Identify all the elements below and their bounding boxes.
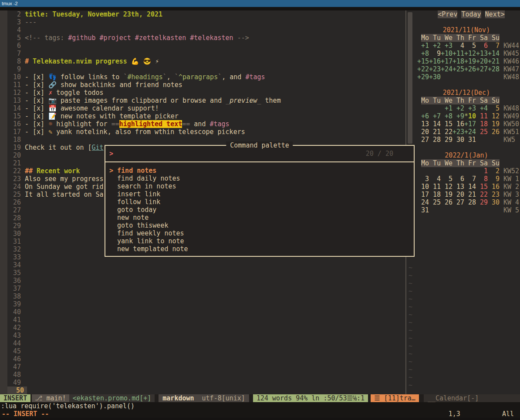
calendar-day-cell[interactable]: 28 — [429, 136, 441, 144]
palette-item[interactable]: new note — [105, 214, 414, 222]
calendar-day-cell[interactable]: +10 — [441, 50, 452, 57]
calendar-day-cell[interactable]: +21 — [488, 57, 500, 65]
calendar-day-cell[interactable]: +22 — [417, 65, 429, 73]
calendar-day-cell[interactable]: +9 — [452, 112, 464, 120]
calendar-day-cell[interactable]: 22 — [476, 191, 488, 198]
calendar-day-cell[interactable]: 27 — [452, 198, 464, 206]
editor-line[interactable]: 37 — [7, 285, 405, 292]
calendar-day-cell[interactable]: 21 — [429, 128, 441, 136]
editor-line[interactable]: 39 — [7, 300, 405, 308]
calendar-day-cell[interactable]: 12 — [488, 112, 500, 120]
calendar-day-cell[interactable]: +29 — [417, 73, 429, 81]
editor-line[interactable]: 6 — [7, 42, 405, 50]
editor-line[interactable]: 13- [x] 📷 paste images from clipboard or… — [7, 97, 405, 104]
calendar-window[interactable]: <Prev Today Next> 2021/11(Nov)MoTuWeThFr… — [413, 10, 520, 394]
calendar-day-cell[interactable]: 26 — [441, 198, 452, 206]
calendar-day-cell[interactable]: 19 — [441, 191, 452, 198]
editor-line[interactable]: 17- [x] ✎ yank notelink, also from wthin… — [7, 128, 405, 136]
calendar-day-cell[interactable]: +3 — [464, 104, 476, 112]
calendar-day-cell[interactable]: 9 — [488, 175, 500, 183]
palette-item[interactable]: insert link — [105, 190, 414, 198]
calendar-day-cell[interactable]: +18 — [452, 57, 464, 65]
calendar-day-cell[interactable]: 12 — [441, 183, 452, 191]
calendar-day-cell[interactable]: +27 — [476, 65, 488, 73]
calendar-day-cell[interactable]: +4 — [476, 104, 488, 112]
calendar-day-cell[interactable]: +19 — [464, 57, 476, 65]
calendar-day-cell[interactable]: 15 — [476, 183, 488, 191]
calendar-day-cell[interactable]: 4 — [429, 175, 441, 183]
calendar-day-cell[interactable]: 18 — [476, 120, 488, 128]
calendar-day-cell[interactable]: +8 — [441, 112, 452, 120]
palette-item[interactable]: goto today — [105, 206, 414, 214]
calendar-day-cell[interactable]: 25 — [476, 128, 488, 136]
calendar-day-cell[interactable]: +13 — [476, 50, 488, 57]
palette-item[interactable]: yank link to note — [105, 237, 414, 245]
editor-line[interactable]: 14- [x] 📅 awesome calendar support! — [7, 104, 405, 112]
calendar-day-cell[interactable]: 7 — [464, 175, 476, 183]
scrollbar-thumb[interactable] — [408, 12, 412, 144]
calendar-day-cell[interactable]: 27 — [417, 136, 429, 144]
calendar-day-cell[interactable]: +30 — [429, 73, 441, 81]
calendar-day-cell[interactable]: +7 — [429, 112, 441, 120]
editor-line[interactable]: 18 — [7, 136, 405, 144]
calendar-day-cell[interactable]: 11 — [429, 183, 441, 191]
calendar-day-cell[interactable]: 31 — [464, 136, 476, 144]
editor-line[interactable]: 44 — [7, 339, 405, 347]
calendar-day-cell[interactable]: +2 — [452, 104, 464, 112]
calendar-day-cell[interactable]: 29 — [476, 198, 488, 206]
calendar-day-cell[interactable]: +23 — [452, 128, 464, 136]
calendar-day-cell[interactable]: +1 — [417, 42, 429, 50]
calendar-day-cell[interactable]: 17 — [417, 191, 429, 198]
calendar-day-cell[interactable]: 2 — [488, 167, 500, 175]
editor-line[interactable]: 46 — [7, 355, 405, 363]
calendar-day-cell[interactable]: +6 — [417, 112, 429, 120]
calendar-day-cell[interactable]: 24 — [417, 198, 429, 206]
editor-line[interactable]: 42 — [7, 324, 405, 332]
calendar-day-cell[interactable]: +15 — [417, 57, 429, 65]
palette-item[interactable]: new templated note — [105, 245, 414, 253]
editor-line[interactable]: 7 — [7, 50, 405, 57]
command-line[interactable]: :lua require('telekasten').panel() — [0, 402, 520, 410]
calendar-day-cell[interactable]: *10 — [464, 112, 476, 120]
calendar-day-cell[interactable]: 10 — [417, 183, 429, 191]
calendar-day-cell[interactable]: +12 — [464, 50, 476, 57]
editor-line[interactable]: 2title: Tuesday, November 23th, 2021 — [7, 10, 405, 18]
editor-line[interactable]: 38 — [7, 292, 405, 300]
calendar-day-cell[interactable]: 29 — [441, 136, 452, 144]
editor-line[interactable]: 3--- — [7, 18, 405, 26]
palette-item[interactable]: find daily notes — [105, 175, 414, 182]
calendar-day-cell[interactable]: +2 — [429, 42, 441, 50]
calendar-day-cell[interactable]: 22 — [441, 128, 452, 136]
editor-line[interactable]: 45 — [7, 347, 405, 355]
calendar-day-cell[interactable]: +23 — [429, 65, 441, 73]
editor-line[interactable]: 43 — [7, 332, 405, 339]
calendar-day-cell[interactable]: 30 — [488, 198, 500, 206]
editor-line[interactable]: 4 — [7, 26, 405, 34]
calendar-day-cell[interactable]: 25 — [429, 198, 441, 206]
calendar-day-cell[interactable]: +3 — [441, 42, 452, 50]
calendar-day-cell[interactable]: 13 — [452, 183, 464, 191]
calendar-next-button[interactable]: Next> — [485, 10, 505, 18]
editor-line[interactable]: 48 — [7, 371, 405, 379]
calendar-day-cell[interactable]: 14 — [464, 183, 476, 191]
calendar-day-cell[interactable]: +8 — [417, 50, 429, 57]
editor-line[interactable]: 34 — [7, 261, 405, 269]
editor-line[interactable]: 40 — [7, 308, 405, 316]
calendar-day-cell[interactable]: 6 — [452, 175, 464, 183]
calendar-day-cell[interactable]: 5 — [488, 104, 500, 112]
calendar-day-cell[interactable]: +26 — [464, 65, 476, 73]
calendar-day-cell[interactable]: 4 — [452, 42, 464, 50]
calendar-day-cell[interactable]: 7 — [488, 42, 500, 50]
editor-line[interactable]: 47 — [7, 363, 405, 371]
calendar-day-cell[interactable]: +24 — [441, 65, 452, 73]
calendar-day-cell[interactable]: +17 — [464, 120, 476, 128]
editor-line[interactable]: 35 — [7, 269, 405, 277]
calendar-day-cell[interactable]: +17 — [441, 57, 452, 65]
editor-line[interactable]: 15- [x] 📝 new notes with template picker — [7, 112, 405, 120]
calendar-day-cell[interactable]: 8 — [476, 175, 488, 183]
editor-line[interactable]: 8# Telekasten.nvim progress 💪 😎 ⚡ — [7, 57, 405, 65]
calendar-prev-button[interactable]: <Prev — [438, 10, 457, 18]
calendar-day-cell[interactable]: 16 — [452, 120, 464, 128]
editor-line[interactable]: 41 — [7, 316, 405, 324]
calendar-day-cell[interactable]: 26 — [488, 128, 500, 136]
